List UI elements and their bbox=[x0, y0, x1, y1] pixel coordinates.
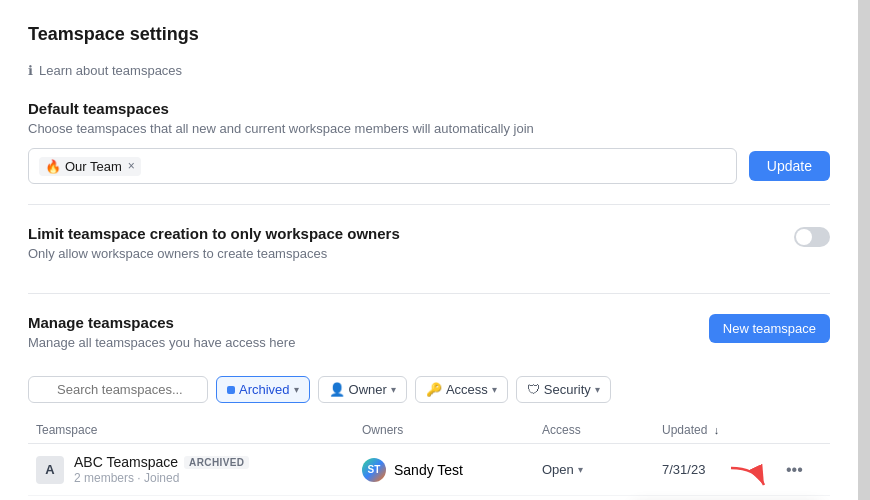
learn-link[interactable]: ℹ Learn about teamspaces bbox=[28, 63, 830, 78]
our-team-tag: 🔥 Our Team × bbox=[39, 157, 141, 176]
main-content: Teamspace settings ℹ Learn about teamspa… bbox=[0, 0, 858, 500]
col-actions bbox=[782, 423, 822, 437]
archived-chevron: ▾ bbox=[294, 384, 299, 395]
new-teamspace-button[interactable]: New teamspace bbox=[709, 314, 830, 343]
manage-text: Manage teamspaces Manage all teamspaces … bbox=[28, 314, 295, 362]
teamspace-sub: 2 members · Joined bbox=[74, 471, 249, 485]
manage-section-title: Manage teamspaces bbox=[28, 314, 295, 331]
filter-access-button[interactable]: 🔑 Access ▾ bbox=[415, 376, 508, 403]
owner-avatar: ST bbox=[362, 458, 386, 482]
owner-chevron: ▾ bbox=[391, 384, 396, 395]
manage-section-desc: Manage all teamspaces you have access he… bbox=[28, 335, 295, 350]
tags-input[interactable]: 🔥 Our Team × bbox=[28, 148, 737, 184]
page-title: Teamspace settings bbox=[28, 24, 830, 45]
divider-1 bbox=[28, 204, 830, 205]
default-teamspaces-row: 🔥 Our Team × Update bbox=[28, 148, 830, 184]
access-icon: 🔑 bbox=[426, 382, 442, 397]
security-chevron: ▾ bbox=[595, 384, 600, 395]
limit-section-desc: Only allow workspace owners to create te… bbox=[28, 246, 400, 261]
owner-name: Sandy Test bbox=[394, 462, 463, 478]
divider-2 bbox=[28, 293, 830, 294]
owner-cell: ST Sandy Test bbox=[362, 458, 542, 482]
limit-section-title: Limit teamspace creation to only workspa… bbox=[28, 225, 400, 242]
owner-label: Owner bbox=[349, 382, 387, 397]
col-owners: Owners bbox=[362, 423, 542, 437]
limit-section: Limit teamspace creation to only workspa… bbox=[28, 225, 830, 273]
access-chevron: ▾ bbox=[492, 384, 497, 395]
manage-header: Manage teamspaces Manage all teamspaces … bbox=[28, 314, 830, 362]
col-teamspace: Teamspace bbox=[36, 423, 362, 437]
search-input[interactable] bbox=[28, 376, 208, 403]
teamspace-avatar: A bbox=[36, 456, 64, 484]
more-menu-wrapper: ••• ⚙ Teamspace settings ↻ Restore teams… bbox=[782, 457, 822, 483]
table-row: A ABC Teamspace ARCHIVED 2 members · Joi… bbox=[28, 444, 830, 496]
default-section-title: Default teamspaces bbox=[28, 100, 830, 117]
scrollbar[interactable] bbox=[858, 0, 870, 500]
access-value: Open bbox=[542, 462, 574, 477]
security-icon: 🛡 bbox=[527, 382, 540, 397]
limit-text: Limit teamspace creation to only workspa… bbox=[28, 225, 400, 273]
default-teamspaces-section: Default teamspaces Choose teamspaces tha… bbox=[28, 100, 830, 184]
sort-icon: ↓ bbox=[714, 424, 720, 436]
info-icon: ℹ bbox=[28, 63, 33, 78]
limit-toggle[interactable] bbox=[794, 227, 830, 247]
update-button[interactable]: Update bbox=[749, 151, 830, 181]
col-access: Access bbox=[542, 423, 662, 437]
filters-row: 🔍 Archived ▾ 👤 Owner ▾ 🔑 Access ▾ 🛡 Secu… bbox=[28, 376, 830, 403]
archived-label: Archived bbox=[239, 382, 290, 397]
search-wrapper: 🔍 bbox=[28, 376, 208, 403]
table-header: Teamspace Owners Access Updated ↓ bbox=[28, 417, 830, 444]
archived-dot bbox=[227, 386, 235, 394]
updated-cell: 7/31/23 bbox=[662, 462, 782, 477]
tag-remove-button[interactable]: × bbox=[128, 159, 135, 173]
tag-label: Our Team bbox=[65, 159, 122, 174]
filter-owner-button[interactable]: 👤 Owner ▾ bbox=[318, 376, 407, 403]
default-section-desc: Choose teamspaces that all new and curre… bbox=[28, 121, 830, 136]
teamspace-cell: A ABC Teamspace ARCHIVED 2 members · Joi… bbox=[36, 454, 362, 485]
filter-security-button[interactable]: 🛡 Security ▾ bbox=[516, 376, 611, 403]
col-updated: Updated ↓ bbox=[662, 423, 782, 437]
access-chevron-row: ▾ bbox=[578, 464, 583, 475]
teamspace-name: ABC Teamspace bbox=[74, 454, 178, 470]
tag-icon: 🔥 bbox=[45, 159, 61, 174]
manage-section: Manage teamspaces Manage all teamspaces … bbox=[28, 314, 830, 496]
more-options-button[interactable]: ••• bbox=[782, 457, 807, 483]
owner-icon: 👤 bbox=[329, 382, 345, 397]
teamspace-info: ABC Teamspace ARCHIVED 2 members · Joine… bbox=[74, 454, 249, 485]
security-label: Security bbox=[544, 382, 591, 397]
filter-archived-button[interactable]: Archived ▾ bbox=[216, 376, 310, 403]
access-label: Access bbox=[446, 382, 488, 397]
access-cell[interactable]: Open ▾ bbox=[542, 462, 662, 477]
archived-badge: ARCHIVED bbox=[184, 456, 249, 469]
